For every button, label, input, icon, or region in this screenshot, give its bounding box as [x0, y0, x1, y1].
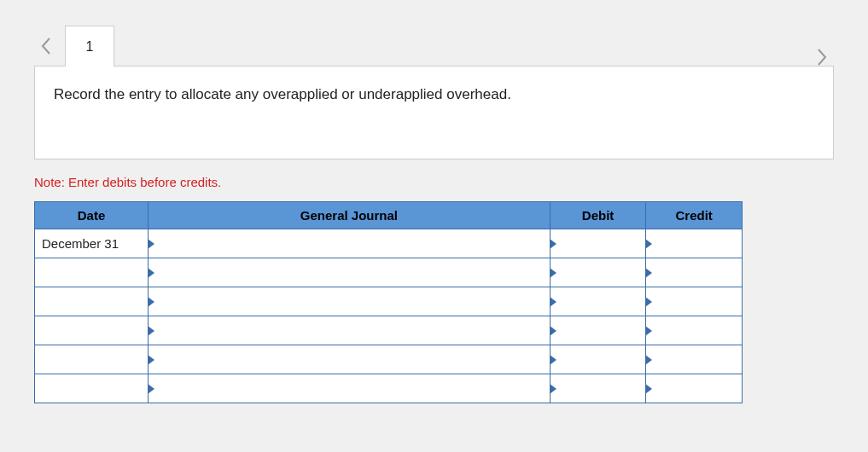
cell-date[interactable]: [35, 287, 149, 316]
dropdown-marker-icon: [550, 239, 556, 249]
header-credit: Credit: [646, 202, 743, 229]
journal-input[interactable]: [155, 349, 543, 370]
cell-debit[interactable]: [550, 258, 646, 287]
credit-input[interactable]: [653, 349, 735, 370]
debit-input[interactable]: [557, 378, 639, 399]
header-date: Date: [35, 202, 149, 229]
debit-input[interactable]: [557, 262, 639, 283]
journal-input[interactable]: [155, 378, 543, 399]
table-row: [35, 287, 743, 316]
cell-date-value: December 31: [42, 236, 119, 251]
credit-input[interactable]: [653, 291, 735, 312]
table-row: [35, 374, 743, 403]
cell-journal[interactable]: [149, 229, 551, 258]
cell-debit[interactable]: [550, 229, 646, 258]
tab-label: 1: [86, 39, 94, 55]
dropdown-marker-icon: [148, 297, 154, 307]
credit-input[interactable]: [653, 233, 735, 254]
instruction-text: Record the entry to allocate any overapp…: [54, 86, 511, 102]
table-row: [35, 258, 743, 287]
journal-table: Date General Journal Debit Credit Decemb…: [34, 201, 743, 403]
chevron-right-icon[interactable]: [810, 48, 834, 67]
dropdown-marker-icon: [550, 384, 556, 394]
cell-credit[interactable]: [646, 345, 743, 374]
journal-input[interactable]: [155, 320, 543, 341]
dropdown-marker-icon: [645, 355, 652, 365]
cell-debit[interactable]: [550, 287, 646, 316]
dropdown-marker-icon: [148, 355, 154, 365]
cell-date[interactable]: [35, 316, 149, 345]
credit-input[interactable]: [653, 378, 735, 399]
credit-input[interactable]: [653, 262, 735, 283]
cell-debit[interactable]: [550, 316, 646, 345]
nav-left-group: 1: [34, 26, 114, 67]
cell-credit[interactable]: [646, 258, 743, 287]
debit-input[interactable]: [557, 291, 639, 312]
dropdown-marker-icon: [550, 268, 556, 278]
cell-credit[interactable]: [646, 229, 743, 258]
dropdown-marker-icon: [148, 384, 154, 394]
table-row: [35, 316, 743, 345]
dropdown-marker-icon: [645, 297, 652, 307]
dropdown-marker-icon: [645, 384, 652, 394]
cell-journal[interactable]: [149, 316, 551, 345]
credit-input[interactable]: [653, 320, 735, 341]
cell-credit[interactable]: [646, 316, 743, 345]
table-header-row: Date General Journal Debit Credit: [35, 202, 743, 229]
debit-input[interactable]: [557, 320, 639, 341]
dropdown-marker-icon: [550, 355, 556, 365]
journal-input[interactable]: [155, 291, 543, 312]
debit-input[interactable]: [557, 233, 639, 254]
cell-journal[interactable]: [149, 345, 551, 374]
journal-input[interactable]: [155, 233, 543, 254]
header-journal: General Journal: [149, 202, 551, 229]
cell-credit[interactable]: [646, 287, 743, 316]
dropdown-marker-icon: [550, 326, 556, 336]
cell-credit[interactable]: [646, 374, 743, 403]
cell-journal[interactable]: [149, 287, 551, 316]
cell-debit[interactable]: [550, 374, 646, 403]
cell-date[interactable]: [35, 374, 149, 403]
cell-journal[interactable]: [149, 374, 551, 403]
tab-nav-row: 1: [34, 26, 834, 67]
dropdown-marker-icon: [645, 239, 652, 249]
dropdown-marker-icon: [645, 268, 652, 278]
dropdown-marker-icon: [550, 297, 556, 307]
cell-debit[interactable]: [550, 345, 646, 374]
chevron-left-icon[interactable]: [34, 26, 58, 67]
cell-date[interactable]: [35, 345, 149, 374]
debit-input[interactable]: [557, 349, 639, 370]
cell-date[interactable]: [35, 258, 149, 287]
cell-journal[interactable]: [149, 258, 551, 287]
dropdown-marker-icon: [148, 326, 154, 336]
tab-1[interactable]: 1: [65, 26, 114, 67]
dropdown-marker-icon: [148, 268, 154, 278]
table-row: December 31: [35, 229, 743, 258]
table-row: [35, 345, 743, 374]
instruction-box: Record the entry to allocate any overapp…: [34, 66, 834, 159]
cell-date[interactable]: December 31: [35, 229, 149, 258]
header-debit: Debit: [550, 202, 646, 229]
dropdown-marker-icon: [645, 326, 652, 336]
dropdown-marker-icon: [148, 239, 154, 249]
journal-input[interactable]: [155, 262, 543, 283]
note-text: Note: Enter debits before credits.: [34, 175, 834, 189]
